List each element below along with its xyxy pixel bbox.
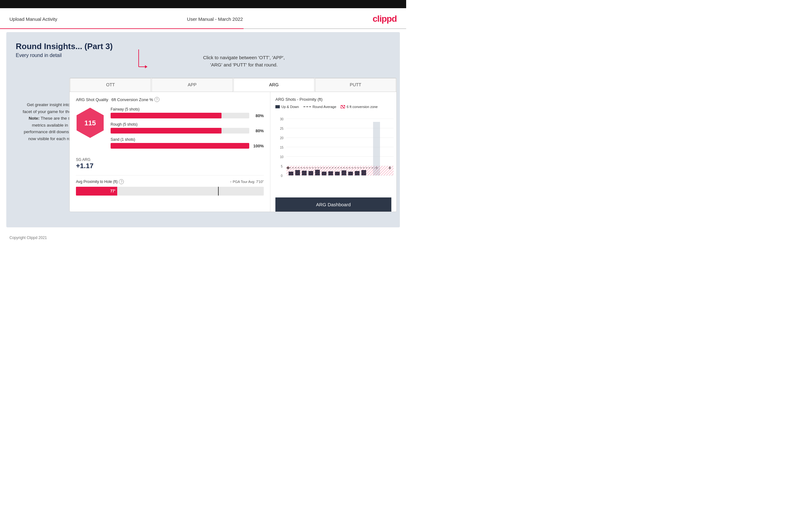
proximity-title: Avg Proximity to Hole (ft) ? — [76, 179, 124, 184]
hexagon-score: 115 — [76, 107, 104, 138]
footer: Copyright Clippd 2021 — [0, 230, 406, 245]
svg-text:0: 0 — [281, 174, 283, 178]
help-icon[interactable]: ? — [154, 97, 159, 102]
legend-hatch-box — [341, 105, 345, 108]
arg-dashboard-button[interactable]: ARG Dashboard — [275, 198, 391, 212]
legend-items: Up & Down Round Average 6 ft conversion … — [275, 105, 378, 109]
legend-box-up-down — [275, 105, 280, 108]
chart-area: 0 5 10 15 20 25 30 — [275, 112, 391, 195]
dashboard-panel: OTT APP ARG PUTT ARG Shot Quality 6ft Co… — [69, 78, 397, 212]
sg-area: SG ARG +1.17 — [76, 158, 264, 170]
panel-left-title: ARG Shot Quality — [76, 97, 108, 102]
proximity-value: 77' — [110, 189, 115, 193]
bar-row-rough: Rough (5 shots) 80% — [111, 122, 264, 133]
svg-text:10: 10 — [280, 155, 284, 159]
header: Upload Manual Activity User Manual - Mar… — [0, 8, 406, 29]
panel-left-header: ARG Shot Quality 6ft Conversion Zone % ? — [76, 97, 264, 102]
annotation-arrow — [129, 49, 148, 75]
copyright-text: Copyright Clippd 2021 — [9, 235, 47, 240]
main-content: Round Insights... (Part 3) Every round i… — [6, 32, 400, 227]
legend-conversion-zone: 6 ft conversion zone — [341, 105, 377, 109]
legend-round-avg: Round Average — [303, 105, 337, 109]
proximity-chart: 0 5 10 15 20 25 30 — [275, 112, 395, 182]
page-title: Round Insights... (Part 3) — [16, 42, 391, 51]
svg-marker-2 — [145, 65, 147, 68]
legend-dashed-line — [303, 106, 311, 107]
chart-header: ARG Shots - Proximity (ft) Up & Down Rou… — [275, 97, 391, 109]
tab-putt[interactable]: PUTT — [315, 78, 396, 92]
top-bar — [0, 0, 406, 8]
svg-text:30: 30 — [280, 117, 284, 121]
tabs-container: OTT APP ARG PUTT — [70, 78, 396, 92]
document-title: User Manual - March 2022 — [187, 16, 243, 22]
proximity-help-icon[interactable]: ? — [119, 179, 124, 184]
svg-text:20: 20 — [280, 136, 284, 140]
svg-text:15: 15 — [280, 146, 284, 149]
bar-row-sand: Sand (1 shots) 100% — [111, 137, 264, 149]
sg-value: +1.17 — [76, 162, 264, 170]
proximity-area: Avg Proximity to Hole (ft) ? ↑ PGA Tour … — [76, 175, 264, 195]
annotation-text: Click to navigate between 'OTT', 'APP','… — [203, 54, 285, 68]
tab-app[interactable]: APP — [152, 78, 233, 92]
svg-text:115: 115 — [85, 119, 96, 127]
panel-left: ARG Shot Quality 6ft Conversion Zone % ?… — [70, 92, 270, 212]
upload-manual-activity-link[interactable]: Upload Manual Activity — [9, 16, 57, 22]
panel-right: ARG Shots - Proximity (ft) Up & Down Rou… — [270, 92, 396, 212]
proximity-cursor — [218, 187, 219, 195]
sg-label: SG ARG — [76, 158, 264, 162]
tab-arg[interactable]: ARG — [234, 78, 314, 92]
bar-row-fairway: Fairway (5 shots) 80% — [111, 107, 264, 118]
panel-body: ARG Shot Quality 6ft Conversion Zone % ?… — [70, 92, 396, 212]
svg-text:25: 25 — [280, 127, 284, 130]
svg-rect-37 — [287, 166, 394, 175]
proximity-bar: 77' — [76, 187, 264, 195]
bars-area: Fairway (5 shots) 80% Rough (5 shots) — [111, 107, 264, 153]
panel-left-subtitle: 6ft Conversion Zone % ? — [111, 97, 159, 102]
clippd-logo: clippd — [373, 14, 397, 24]
chart-title: ARG Shots - Proximity (ft) — [275, 97, 323, 102]
proximity-pga: ↑ PGA Tour Avg: 7'10" — [230, 180, 264, 184]
score-area: 115 Fairway (5 shots) 80% — [76, 107, 264, 153]
legend-up-down: Up & Down — [275, 105, 299, 109]
tab-ott[interactable]: OTT — [70, 78, 151, 92]
header-divider — [0, 29, 406, 29]
svg-text:5: 5 — [281, 165, 283, 168]
